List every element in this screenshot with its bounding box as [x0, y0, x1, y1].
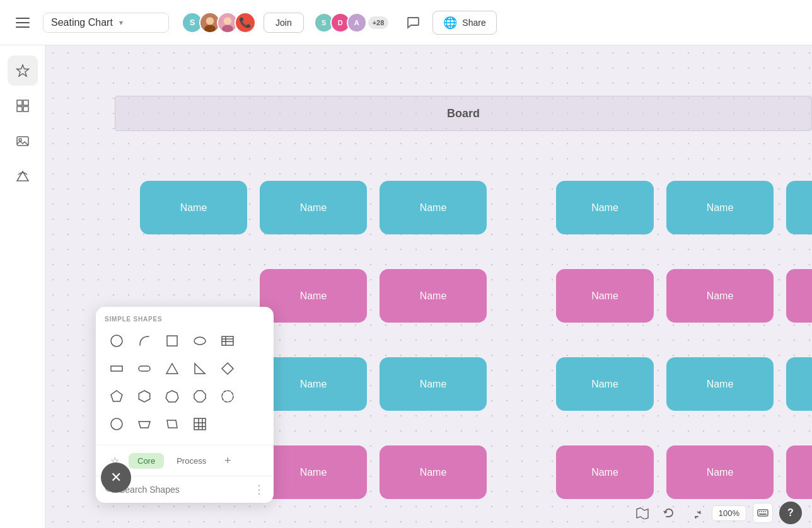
seat-card[interactable]: Name — [556, 357, 654, 411]
seat-label: Name — [591, 290, 618, 302]
seat-label: Name — [300, 202, 327, 214]
sidebar-item-grid[interactable] — [8, 91, 38, 121]
shape-ellipse[interactable] — [188, 329, 212, 353]
seat-card[interactable]: Name — [666, 445, 774, 499]
help-button[interactable]: ? — [779, 502, 802, 524]
keyboard-shortcuts-button[interactable] — [753, 503, 773, 523]
seat-label: Name — [420, 467, 447, 478]
collab-avatar-a: A — [347, 13, 367, 33]
seat-card-partial[interactable]: N — [786, 445, 812, 499]
shape-pentagon[interactable] — [105, 384, 129, 408]
seat-card[interactable]: Name — [666, 269, 774, 323]
svg-rect-7 — [17, 100, 22, 105]
add-tab-button[interactable]: + — [219, 452, 236, 469]
svg-marker-29 — [166, 391, 178, 402]
shape-parallelogram[interactable] — [160, 412, 184, 436]
globe-icon: 🌐 — [443, 16, 457, 30]
sidebar-item-star[interactable] — [8, 55, 38, 86]
undo-button[interactable] — [659, 503, 679, 523]
svg-marker-28 — [139, 391, 149, 402]
svg-rect-22 — [111, 366, 122, 371]
undo-icon — [663, 507, 675, 519]
board-header: Board — [115, 96, 812, 131]
seat-card[interactable]: Name — [380, 357, 487, 411]
join-button[interactable]: Join — [264, 13, 304, 33]
seat-card[interactable]: Name — [380, 445, 487, 499]
canvas-area[interactable]: Board Name Name Name Name Name N Name Na… — [45, 45, 812, 528]
search-more-button[interactable]: ⋮ — [253, 483, 265, 496]
svg-point-2 — [204, 25, 216, 32]
seat-label: Name — [300, 290, 327, 302]
tab-process[interactable]: Process — [168, 453, 215, 469]
sidebar-item-image[interactable] — [8, 126, 38, 156]
share-button[interactable]: 🌐 Share — [432, 11, 496, 35]
shape-trapezoid[interactable] — [132, 412, 156, 436]
sidebar-item-shapes[interactable] — [8, 161, 38, 192]
shapes-row — [105, 329, 265, 353]
chat-icon — [406, 16, 420, 30]
seat-card-partial[interactable]: N — [786, 269, 812, 323]
shape-diamond[interactable] — [216, 357, 240, 381]
seat-card-partial[interactable]: N — [786, 357, 812, 411]
shape-grid[interactable] — [188, 412, 212, 436]
seat-label: Name — [420, 202, 447, 214]
shape-circle[interactable] — [105, 329, 129, 353]
menu-button[interactable] — [10, 10, 35, 35]
shape-hexagon[interactable] — [132, 384, 156, 408]
close-shapes-button[interactable]: ✕ — [101, 462, 131, 493]
collaborators-count-badge: +28 — [368, 16, 389, 29]
seat-card[interactable]: Name — [260, 181, 367, 234]
seat-card[interactable]: Name — [556, 269, 654, 323]
seat-card[interactable]: Name — [380, 269, 487, 323]
svg-point-5 — [222, 25, 233, 32]
chat-button[interactable] — [401, 11, 425, 35]
map-icon-button[interactable] — [632, 503, 652, 523]
active-users-avatars: S 📞 — [182, 12, 256, 33]
svg-marker-26 — [222, 363, 233, 374]
grid-icon — [16, 99, 30, 113]
seat-card[interactable]: Name — [380, 181, 487, 234]
shape-heptagon[interactable] — [160, 384, 184, 408]
seat-label: Name — [180, 202, 207, 214]
seat-card[interactable]: Name — [666, 181, 774, 234]
seat-card[interactable]: Name — [260, 445, 367, 499]
seat-label: Name — [591, 467, 618, 478]
shape-rect-thin[interactable] — [105, 357, 129, 381]
svg-marker-27 — [111, 391, 122, 401]
title-area[interactable]: Seating Chart ▾ — [43, 13, 169, 33]
shapes-grid: SIMPLE SHAPES — [96, 307, 274, 445]
shapes-row — [105, 357, 265, 381]
collaborators-avatars: S D A +28 — [314, 13, 389, 33]
seat-card[interactable]: Name — [556, 181, 654, 234]
shape-right-triangle[interactable] — [188, 357, 212, 381]
seat-card-partial[interactable]: N — [786, 181, 812, 234]
seat-card[interactable]: Name — [140, 181, 247, 234]
keyboard-icon — [757, 509, 768, 517]
svg-rect-35 — [194, 418, 206, 430]
shape-octagon[interactable] — [188, 384, 212, 408]
seat-card[interactable]: Name — [260, 269, 367, 323]
shape-table[interactable] — [216, 329, 240, 353]
svg-rect-9 — [17, 106, 22, 112]
svg-point-32 — [111, 418, 122, 430]
shape-arc[interactable] — [132, 329, 156, 353]
board-label: Board — [447, 107, 480, 120]
shape-triangle[interactable] — [160, 357, 184, 381]
seat-card[interactable]: Name — [556, 445, 654, 499]
shape-square[interactable] — [160, 329, 184, 353]
svg-rect-8 — [23, 100, 28, 105]
svg-marker-6 — [16, 65, 28, 76]
seat-label: Name — [300, 467, 327, 478]
redo-button[interactable] — [685, 503, 705, 523]
seat-card[interactable]: Name — [260, 357, 367, 411]
shapes-row — [105, 384, 265, 408]
shape-rect-rounded[interactable] — [132, 357, 156, 381]
shape-nonagon[interactable] — [216, 384, 240, 408]
tab-core[interactable]: Core — [129, 453, 164, 469]
svg-marker-24 — [166, 364, 178, 374]
shapes-category-label: SIMPLE SHAPES — [105, 316, 265, 323]
seat-card[interactable]: Name — [666, 357, 774, 411]
shape-circle-outline[interactable] — [105, 412, 129, 436]
search-shapes-input[interactable] — [119, 485, 248, 495]
avatar-phone: 📞 — [235, 12, 256, 33]
